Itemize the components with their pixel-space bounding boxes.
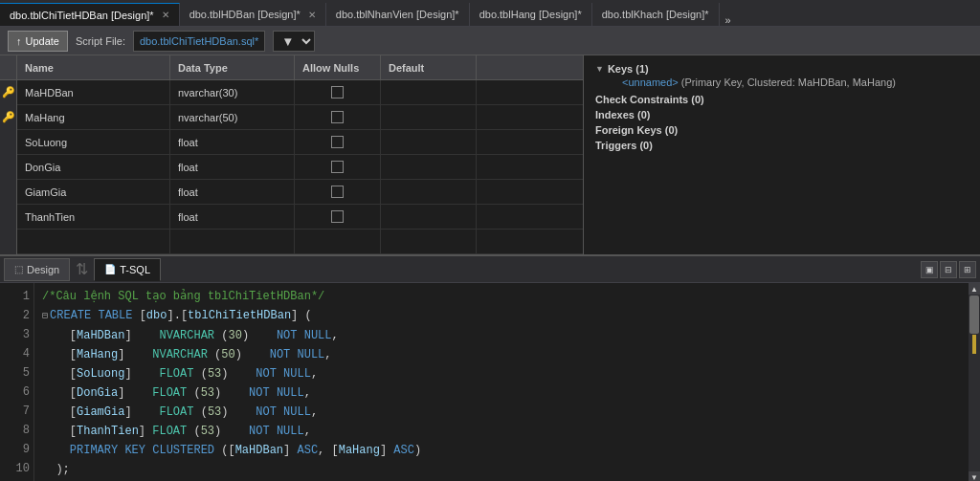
keyword-token: CREATE TABLE (50, 306, 132, 325)
header-indicator (0, 55, 17, 79)
cell-name[interactable]: GiamGia (17, 180, 170, 205)
allow-nulls-checkbox[interactable] (331, 136, 344, 148)
tab-chitiet-hdban[interactable]: dbo.tblChiTietHDBan [Design]* ✕ (0, 3, 180, 26)
indexes-link[interactable]: Indexes (0) (595, 109, 969, 120)
tab-khach[interactable]: dbo.tblKhach [Design]* (592, 3, 720, 26)
layout-btn-3[interactable]: ⊞ (959, 261, 976, 278)
cell-datatype[interactable] (170, 230, 295, 254)
table-row[interactable]: ThanhTienfloat (0, 205, 583, 230)
layout-btn-1[interactable]: ▣ (921, 261, 938, 278)
cell-allownulls[interactable] (295, 180, 381, 205)
cell-datatype[interactable]: float (170, 130, 295, 155)
tab-hdban-close[interactable]: ✕ (308, 10, 316, 20)
cell-allownulls[interactable] (295, 230, 381, 254)
layout-btn-2[interactable]: ⊟ (940, 261, 957, 278)
table-row[interactable]: 🔑MaHDBannvarchar(30) (0, 80, 583, 105)
table-row[interactable] (0, 230, 583, 254)
sql-code-area: 12345678910 /*Câu lệnh SQL tạo bảng tblC… (0, 283, 980, 481)
tab-chitiet-close[interactable]: ✕ (162, 10, 169, 20)
bracket-token: [ (70, 326, 77, 345)
cell-allownulls[interactable] (295, 80, 381, 105)
sql-editor-area: ⬚ Design ⇅ 📄 T-SQL ▣ ⊟ ⊞ 12345678910 /*C… (0, 256, 980, 481)
bracket-token: ] (124, 364, 131, 383)
table-row[interactable]: 🔑MaHangnvarchar(50) (0, 105, 583, 130)
allow-nulls-checkbox[interactable] (331, 86, 344, 98)
identifier-token: dbo (146, 306, 167, 325)
script-dropdown[interactable]: ▼ (273, 31, 315, 52)
cell-datatype[interactable]: nvarchar(30) (170, 80, 295, 105)
cell-datatype[interactable]: float (170, 180, 295, 205)
identifier-token: MaHang (339, 441, 380, 460)
cell-name[interactable] (17, 230, 170, 254)
table-grid: Name Data Type Allow Nulls Default 🔑MaHD… (0, 55, 584, 254)
keyword-token: NOT NULL (249, 422, 304, 441)
plain-token: ( (187, 383, 200, 403)
table-row[interactable]: GiamGiafloat (0, 180, 583, 205)
number-token: 53 (201, 383, 214, 403)
bracket-token: [ (70, 403, 77, 422)
plain-token: . (174, 306, 181, 325)
plain-token: ) (221, 403, 256, 422)
tab-hdban[interactable]: dbo.tblHDBan [Design]* ✕ (180, 3, 326, 26)
code-line: [SoLuong] FLOAT (53) NOT NULL, (42, 364, 961, 383)
code-line: [DonGia] FLOAT (53) NOT NULL, (42, 383, 961, 403)
designer-area: Name Data Type Allow Nulls Default 🔑MaHD… (0, 55, 980, 256)
cell-allownulls[interactable] (295, 205, 381, 230)
check-constraints-link[interactable]: Check Constraints (0) (595, 94, 969, 105)
bracket-token: ] (291, 306, 298, 325)
plain-token: ) (242, 326, 277, 345)
tab-hang[interactable]: dbo.tblHang [Design]* (470, 3, 592, 26)
right-scrollbar[interactable]: ▲ ▼ (969, 283, 980, 481)
cell-allownulls[interactable] (295, 130, 381, 155)
table-row[interactable]: DonGiafloat (0, 155, 583, 180)
expand-icon[interactable]: ⊟ (42, 307, 48, 326)
line-number: 3 (0, 325, 30, 344)
plain-token (42, 403, 70, 422)
design-tab-label: Design (27, 264, 59, 275)
triggers-link[interactable]: Triggers (0) (595, 140, 969, 151)
cell-default[interactable] (381, 105, 477, 130)
tab-nhanvien[interactable]: dbo.tblNhanVien [Design]* (326, 3, 470, 26)
tab-design[interactable]: ⬚ Design (4, 258, 70, 281)
cell-name[interactable]: MaHDBan (17, 80, 170, 105)
cell-allownulls[interactable] (295, 105, 381, 130)
code-content[interactable]: /*Câu lệnh SQL tạo bảng tblChiTietHDBan*… (34, 283, 969, 481)
number-token: 53 (208, 403, 221, 422)
table-row[interactable]: SoLuongfloat (0, 130, 583, 155)
update-button[interactable]: ↑ Update (8, 31, 68, 52)
cell-name[interactable]: ThanhTien (17, 205, 170, 230)
tab-tsql[interactable]: 📄 T-SQL (94, 258, 161, 281)
tab-overflow-button[interactable]: » (720, 14, 737, 26)
cell-default[interactable] (381, 80, 477, 105)
cell-allownulls[interactable] (295, 155, 381, 180)
plain-token: , (311, 403, 318, 422)
cell-default[interactable] (381, 130, 477, 155)
cell-default[interactable] (381, 155, 477, 180)
cell-default[interactable] (381, 180, 477, 205)
cell-datatype[interactable]: float (170, 205, 295, 230)
scroll-track[interactable] (969, 295, 980, 471)
allow-nulls-checkbox[interactable] (331, 111, 344, 123)
cell-default[interactable] (381, 230, 477, 254)
scroll-up-arrow[interactable]: ▲ (969, 283, 980, 295)
allow-nulls-checkbox[interactable] (331, 210, 344, 223)
keys-section-header[interactable]: ▼ Keys (1) (595, 63, 969, 75)
plain-token: , (304, 383, 311, 403)
allow-nulls-checkbox[interactable] (331, 186, 344, 198)
unnamed-key-label: <unnamed> (611, 77, 679, 88)
header-datatype: Data Type (170, 55, 295, 79)
cell-name[interactable]: DonGia (17, 155, 170, 180)
script-file-display: dbo.tblChiTietHDBan.sql* (133, 31, 265, 52)
allow-nulls-checkbox[interactable] (331, 161, 344, 173)
cell-default[interactable] (381, 205, 477, 230)
tsql-tab-label: T-SQL (120, 264, 150, 275)
cell-name[interactable]: SoLuong (17, 130, 170, 155)
cell-name[interactable]: MaHang (17, 105, 170, 130)
foreign-keys-link[interactable]: Foreign Keys (0) (595, 124, 969, 136)
row-indicator (0, 130, 17, 155)
plain-token (145, 422, 152, 441)
line-number: 8 (0, 421, 30, 440)
scroll-down-arrow[interactable]: ▼ (969, 471, 980, 481)
cell-datatype[interactable]: float (170, 155, 295, 180)
cell-datatype[interactable]: nvarchar(50) (170, 105, 295, 130)
